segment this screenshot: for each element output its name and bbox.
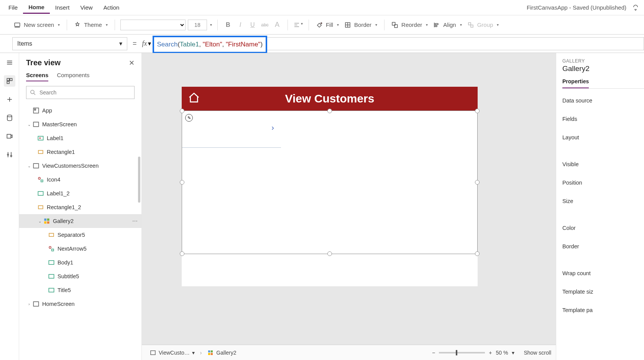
gallery-selection[interactable]: ✎ ›: [182, 111, 478, 254]
align-button[interactable]: Align▾: [432, 21, 463, 28]
resize-handle[interactable]: [180, 251, 184, 256]
tree-node-app[interactable]: App: [19, 104, 141, 117]
search-box[interactable]: [26, 86, 135, 99]
rail-treeview-icon[interactable]: [4, 75, 15, 87]
tree-node-label1-2[interactable]: Label1_2: [19, 187, 141, 200]
breadcrumb-label: ViewCusto…: [159, 350, 190, 356]
theme-label: Theme: [84, 21, 102, 28]
menu-action[interactable]: Action: [98, 2, 125, 13]
tree-node-rectangle1[interactable]: Rectangle1: [19, 145, 141, 159]
menu-insert[interactable]: Insert: [50, 2, 75, 13]
tree-node-rectangle1-2[interactable]: Rectangle1_2: [19, 200, 141, 214]
scrollbar[interactable]: [138, 157, 140, 203]
help-icon[interactable]: [630, 2, 641, 13]
text-align-button[interactable]: ▾: [293, 21, 303, 28]
tree-node-subtitle5[interactable]: Subtitle5: [19, 269, 141, 283]
border-button[interactable]: Border▾: [343, 21, 379, 28]
svg-rect-40: [44, 218, 46, 221]
tree-node-separator5[interactable]: Separator5: [19, 228, 141, 242]
fx-chevron-icon[interactable]: ▾: [148, 40, 151, 47]
resize-handle[interactable]: [180, 109, 184, 113]
rail-data-icon[interactable]: [4, 112, 15, 124]
svg-rect-19: [7, 78, 9, 81]
strikethrough-button[interactable]: abc: [260, 22, 270, 28]
more-icon[interactable]: ⋯: [132, 218, 138, 224]
zoom-out-button[interactable]: −: [432, 350, 435, 356]
breadcrumb-gallery[interactable]: Gallery2: [204, 348, 239, 358]
close-icon[interactable]: ✕: [129, 59, 135, 67]
tree-node-body1[interactable]: Body1: [19, 256, 141, 269]
gallery-item-template[interactable]: ✎ ›: [182, 111, 281, 148]
italic-button[interactable]: I: [235, 21, 245, 28]
new-screen-button[interactable]: New screen▾: [12, 21, 61, 28]
resize-handle[interactable]: [475, 180, 480, 185]
svg-line-29: [34, 93, 35, 95]
svg-rect-12: [435, 23, 439, 25]
prop-position[interactable]: Position: [562, 175, 644, 191]
prop-border[interactable]: Border: [562, 238, 644, 254]
prop-wrap-count[interactable]: Wrap count: [562, 265, 644, 281]
tab-properties[interactable]: Properties: [562, 78, 589, 88]
prop-template-size[interactable]: Template siz: [562, 284, 644, 300]
menu-file[interactable]: File: [3, 2, 23, 13]
canvas-area[interactable]: View Customers ✎ › ViewCusto… ▾: [142, 53, 556, 360]
underline-button[interactable]: U: [248, 21, 258, 28]
prop-data-source[interactable]: Data source: [562, 92, 644, 109]
zoom-slider[interactable]: [439, 352, 485, 353]
tree-node-gallery2[interactable]: ⌄Gallery2⋯: [19, 214, 141, 228]
resize-handle[interactable]: [475, 251, 480, 256]
bold-button[interactable]: B: [223, 21, 233, 28]
menu-view[interactable]: View: [75, 2, 98, 13]
chevron-down-icon: ▾: [192, 350, 195, 356]
edit-template-icon[interactable]: ✎: [185, 114, 193, 122]
equals-label: =: [127, 40, 142, 48]
prop-color[interactable]: Color: [562, 220, 644, 236]
tab-screens[interactable]: Screens: [26, 72, 48, 81]
menu-home[interactable]: Home: [23, 2, 50, 14]
tab-components[interactable]: Components: [57, 72, 89, 81]
prop-fields[interactable]: Fields: [562, 111, 644, 127]
prop-visible[interactable]: Visible: [562, 156, 644, 172]
font-color-button[interactable]: A: [272, 21, 282, 29]
resize-handle[interactable]: [475, 109, 480, 113]
tree-label: Rectangle1_2: [47, 204, 81, 210]
tree-node-homescreen[interactable]: ›HomeScreen: [19, 297, 141, 311]
formula-input[interactable]: Search(Table1, "Elton", "FirstName"): [153, 36, 268, 53]
fx-icon[interactable]: fx: [142, 40, 148, 48]
resize-handle[interactable]: [327, 109, 332, 113]
tree-node-icon4[interactable]: Icon4: [19, 173, 141, 187]
tree-node-title5[interactable]: Title5: [19, 283, 141, 297]
property-selector[interactable]: Items ▾: [12, 37, 127, 50]
font-name-select[interactable]: [120, 20, 186, 30]
svg-rect-38: [38, 192, 43, 195]
resize-handle[interactable]: [327, 251, 332, 256]
rail-insert-icon[interactable]: [4, 94, 15, 105]
breadcrumb-screen[interactable]: ViewCusto… ▾: [146, 348, 198, 358]
svg-rect-52: [208, 350, 210, 352]
svg-point-36: [38, 177, 40, 179]
svg-rect-0: [15, 23, 20, 26]
selected-type: GALLERY: [562, 58, 644, 64]
rail-tools-icon[interactable]: [4, 149, 15, 160]
search-input[interactable]: [39, 89, 131, 96]
tree-node-label1[interactable]: Label1: [19, 131, 141, 145]
rail-media-icon[interactable]: [4, 130, 15, 142]
theme-button[interactable]: Theme▾: [72, 21, 109, 28]
home-icon[interactable]: [188, 92, 200, 106]
tree-node-masterscreen[interactable]: ⌄MasterScreen: [19, 117, 141, 131]
font-size-input[interactable]: [188, 20, 207, 30]
zoom-in-button[interactable]: +: [489, 350, 492, 356]
prop-template-padding[interactable]: Template pa: [562, 302, 644, 318]
group-button[interactable]: Group▾: [466, 21, 501, 28]
tree-node-viewcustomers[interactable]: ⌄ViewCustomersScreen: [19, 159, 141, 173]
next-arrow-icon[interactable]: ›: [271, 123, 274, 132]
fill-button[interactable]: Fill▾: [314, 21, 340, 28]
tree-label: Separator5: [58, 232, 85, 238]
reorder-button[interactable]: Reorder▾: [390, 21, 429, 28]
svg-rect-31: [34, 109, 36, 110]
resize-handle[interactable]: [180, 180, 184, 185]
rail-hamburger-icon[interactable]: [4, 57, 15, 68]
prop-size[interactable]: Size: [562, 193, 644, 209]
tree-node-nextarrow5[interactable]: NextArrow5: [19, 242, 141, 256]
prop-layout[interactable]: Layout: [562, 129, 644, 145]
